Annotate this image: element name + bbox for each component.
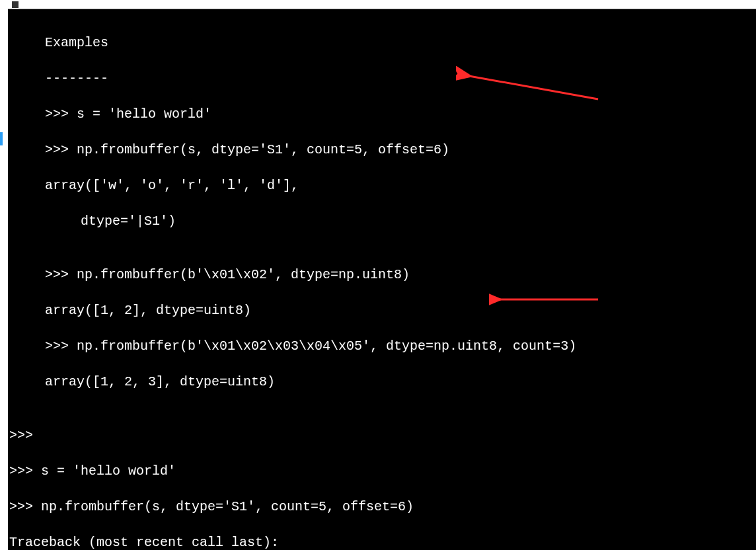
repl-input-frombuffer-s: >>> np.frombuffer(s, dtype='S1', count=5… bbox=[9, 498, 755, 516]
repl-input-assign-s: >>> s = 'hello world' bbox=[9, 462, 755, 480]
repl-prompt-empty: >>> bbox=[9, 426, 755, 444]
doc-example3-input: >>> np.frombuffer(b'\x01\x02\x03\x04\x05… bbox=[9, 337, 755, 355]
traceback-header: Traceback (most recent call last): bbox=[9, 533, 755, 550]
doc-example2-input: >>> np.frombuffer(b'\x01\x02', dtype=np.… bbox=[9, 266, 755, 284]
doc-example1-output2: dtype='|S1') bbox=[9, 212, 755, 230]
doc-example1-input2: >>> np.frombuffer(s, dtype='S1', count=5… bbox=[9, 141, 755, 159]
left-strip-accent bbox=[0, 132, 3, 145]
window-titlebar bbox=[8, 0, 756, 9]
doc-example3-output: array([1, 2, 3], dtype=uint8) bbox=[9, 373, 755, 391]
doc-example1-output1: array(['w', 'o', 'r', 'l', 'd'], bbox=[9, 177, 755, 194]
doc-example2-output: array([1, 2], dtype=uint8) bbox=[9, 301, 755, 319]
window-icon bbox=[12, 1, 19, 8]
terminal-output[interactable]: Examples -------- >>> s = 'hello world' … bbox=[8, 9, 756, 550]
doc-examples-header: Examples bbox=[9, 34, 755, 52]
doc-examples-divider: -------- bbox=[9, 69, 755, 87]
editor-left-strip bbox=[0, 0, 8, 550]
doc-example1-input1: >>> s = 'hello world' bbox=[9, 105, 755, 123]
